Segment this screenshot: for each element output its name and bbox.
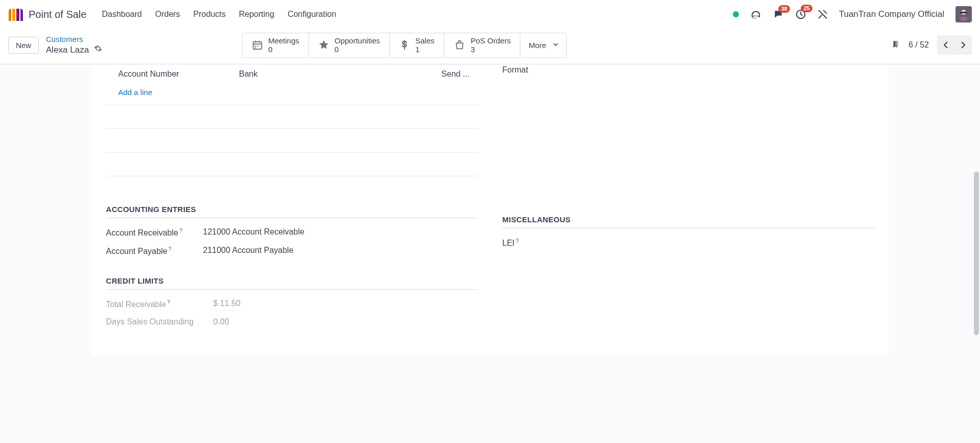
stat-opportunities-count: 0 [334,45,380,54]
svg-rect-13 [257,45,258,46]
pager-buttons [937,35,972,55]
shopping-bag-icon [453,39,466,51]
col-account-number: Account Number [118,69,240,79]
svg-rect-9 [960,12,967,13]
help-icon[interactable]: ? [169,246,172,252]
brand[interactable]: Point of Sale [8,8,86,21]
control-bar: New Customers Alexa Laza Meetings 0 [0,29,980,64]
col-bank: Bank [239,69,382,79]
label-lei: LEI? [503,238,874,248]
scrollbar-thumb[interactable] [974,172,979,335]
pager-next[interactable] [954,35,972,55]
stat-pos-label: PoS Orders [471,36,511,45]
label-dso: Days Sales Outstanding [106,317,213,327]
breadcrumb: Customers Alexa Laza [46,35,102,55]
avatar-icon [957,8,970,21]
form-sheet: Account Number Bank Send ... Add a line … [92,64,889,356]
messages-button[interactable]: 38 [773,9,784,19]
stat-meetings[interactable]: Meetings 0 [243,33,309,57]
stat-more[interactable]: More [520,33,566,57]
stat-sales-label: Sales [415,36,435,45]
caret-down-icon [553,43,558,47]
stat-meetings-count: 0 [268,45,299,54]
chevron-right-icon [960,41,966,49]
bookmark-icon[interactable] [891,39,900,52]
scrollbar[interactable] [973,29,979,355]
section-title-misc: MISCELLANEOUS [503,215,874,228]
nav-reporting[interactable]: Reporting [239,10,274,19]
section-miscellaneous: MISCELLANEOUS LEI? [503,215,874,248]
svg-rect-1 [753,16,758,16]
pager-prev[interactable] [937,35,954,55]
right-controls: 6 / 52 [891,35,972,55]
value-total-receivable: $ 11.50 [203,299,478,308]
svg-rect-10 [960,17,967,21]
stat-sales-count: 1 [415,45,435,54]
nav-dashboard[interactable]: Dashboard [102,10,141,19]
svg-point-4 [754,17,755,18]
section-credit-limits: CREDIT LIMITS Total Receivable? $ 11.50 … [106,276,478,327]
messages-badge: 38 [778,5,790,13]
blank-row [106,153,478,176]
content: Account Number Bank Send ... Add a line … [0,64,980,356]
label-format: Format [503,64,874,75]
user-avatar[interactable] [955,6,972,22]
svg-point-3 [752,17,753,18]
svg-rect-2 [758,16,760,17]
activities-badge: 25 [801,5,812,12]
stat-pos-orders[interactable]: PoS Orders 3 [444,33,520,57]
navbar: Point of Sale Dashboard Orders Products … [0,0,980,29]
value-account-receivable[interactable]: 121000 Account Receivable [203,227,478,237]
company-name[interactable]: TuanTran Company Official [839,9,944,19]
section-title-credit: CREDIT LIMITS [106,276,478,290]
label-account-receivable: Account Receivable? [106,227,203,238]
stat-opportunities[interactable]: Opportunities 0 [309,33,390,57]
headset-icon [750,9,761,19]
tools-button[interactable] [818,9,828,19]
breadcrumb-current: Alexa Laza [46,44,89,55]
blank-row [106,105,478,129]
help-icon[interactable]: ? [179,227,182,234]
stat-sales[interactable]: Sales 1 [390,33,444,57]
stat-pos-count: 3 [471,45,511,54]
pos-logo-icon [8,8,23,21]
svg-point-5 [755,17,756,18]
pager-text[interactable]: 6 / 52 [909,40,929,50]
calendar-icon [252,39,263,51]
star-icon [318,39,329,51]
gap-row [106,129,478,152]
bank-table-headers: Account Number Bank Send ... [106,64,478,84]
stat-meetings-label: Meetings [268,36,299,45]
stat-buttons: Meetings 0 Opportunities 0 Sales 1 [242,33,567,58]
label-account-payable: Account Payable? [106,246,203,256]
help-icon[interactable]: ? [516,238,519,244]
svg-rect-14 [255,48,256,49]
new-button[interactable]: New [8,37,39,54]
activities-button[interactable]: 25 [795,9,806,20]
chevron-left-icon [943,41,949,49]
dollar-icon [399,39,410,51]
section-title-accounting: ACCOUNTING ENTRIES [106,205,478,218]
value-account-payable[interactable]: 211000 Account Payable [203,246,478,255]
nav-right: 38 25 TuanTran Company Official [733,6,972,22]
section-accounting-entries: ACCOUNTING ENTRIES Account Receivable? 1… [106,205,478,257]
label-total-receivable: Total Receivable? [106,299,203,309]
more-label: More [529,41,546,50]
add-line-link[interactable]: Add a line [106,84,478,105]
app-title: Point of Sale [29,9,86,20]
tools-icon [818,9,828,19]
col-send: Send ... [382,69,470,79]
breadcrumb-parent[interactable]: Customers [46,35,102,44]
nav-links: Dashboard Orders Products Reporting Conf… [102,10,336,19]
gear-icon[interactable] [94,44,102,55]
svg-rect-12 [255,45,256,46]
voip-button[interactable] [750,9,761,19]
stat-opportunities-label: Opportunities [334,36,380,45]
nav-orders[interactable]: Orders [155,10,180,19]
value-dso: 0.00 [213,317,478,327]
status-dot-icon [733,11,739,17]
nav-products[interactable]: Products [194,10,226,19]
help-icon[interactable]: ? [167,299,170,305]
nav-configuration[interactable]: Configuration [288,10,336,19]
